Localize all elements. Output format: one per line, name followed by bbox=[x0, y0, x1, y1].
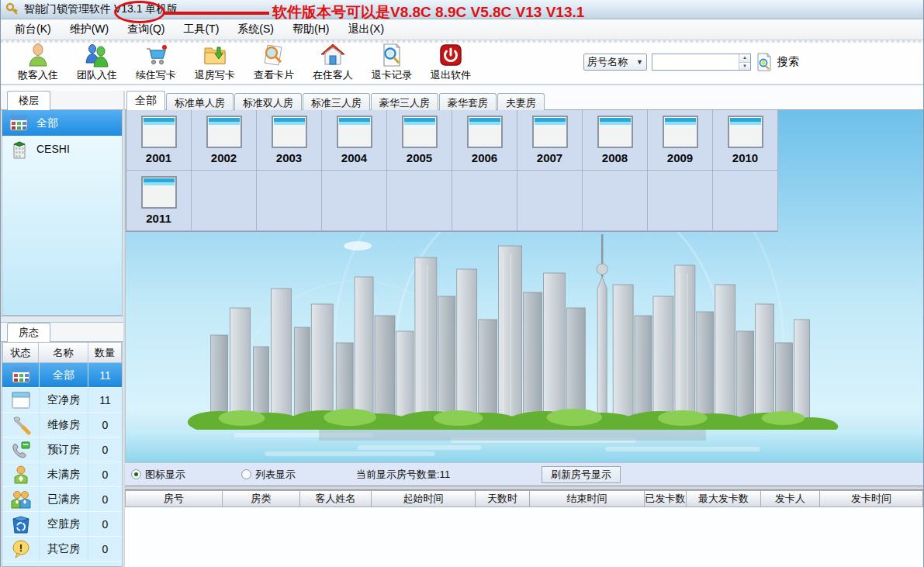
status-count: 0 bbox=[88, 468, 122, 481]
extend-stay-write-card-button[interactable]: 续住写卡 bbox=[126, 42, 185, 82]
tab-standard-triple[interactable]: 标准三人房 bbox=[303, 93, 370, 110]
room-cell[interactable]: 2002 bbox=[192, 110, 257, 171]
col-card-issuer[interactable]: 发卡人 bbox=[761, 490, 820, 507]
title-bar: 智能门锁管理软件 V13.1 单机版 软件版本号可以是V8.8C 8.9C V5… bbox=[1, 0, 923, 19]
sidebar-splitter[interactable] bbox=[1, 316, 123, 323]
toolbar-label: 续住写卡 bbox=[136, 68, 176, 82]
room-cell[interactable]: 2003 bbox=[257, 110, 322, 171]
menu-tools[interactable]: 工具(T) bbox=[174, 19, 228, 40]
room-cell[interactable]: 2006 bbox=[452, 110, 517, 171]
floor-item-label: 全部 bbox=[36, 116, 58, 130]
search-button[interactable]: 搜索 bbox=[777, 55, 799, 69]
status-row-all[interactable]: 全部 11 bbox=[2, 363, 122, 388]
menu-query[interactable]: 查询(Q) bbox=[118, 19, 174, 40]
tab-standard-double[interactable]: 标准双人房 bbox=[234, 93, 302, 110]
walk-in-checkin-button[interactable]: 散客入住 bbox=[9, 42, 67, 82]
spinner-control[interactable]: ▲▼ bbox=[739, 54, 750, 70]
tab-deluxe-triple[interactable]: 豪华三人房 bbox=[371, 93, 438, 110]
card-return-records-button[interactable]: 退卡记录 bbox=[362, 42, 421, 82]
tab-all-rooms[interactable]: 全部 bbox=[126, 91, 165, 110]
col-start-time[interactable]: 起始时间 bbox=[372, 490, 476, 507]
room-number: 2007 bbox=[537, 151, 562, 164]
wrench-icon bbox=[11, 415, 31, 435]
tab-room-status[interactable]: 房态 bbox=[7, 323, 50, 342]
annotation-pointer-line bbox=[164, 12, 269, 15]
status-col-header[interactable]: 状态 bbox=[2, 342, 39, 363]
name-col-header[interactable]: 名称 bbox=[39, 342, 88, 363]
col-cards-issued[interactable]: 已发卡数 bbox=[645, 490, 687, 507]
status-name: 维修房 bbox=[39, 413, 88, 437]
window-title: 智能门锁管理软件 V13.1 单机版 bbox=[24, 2, 178, 16]
floor-item-ceshi[interactable]: CESHI bbox=[2, 136, 122, 161]
status-name: 空脏房 bbox=[39, 512, 88, 536]
room-cell-empty bbox=[257, 171, 322, 231]
search-field-select[interactable]: 房号名称 ▼ bbox=[583, 54, 647, 71]
room-cell-empty bbox=[192, 171, 257, 231]
toolbar-label: 团队入住 bbox=[77, 68, 117, 82]
status-row-vacant-dirty[interactable]: 空脏房 0 bbox=[2, 512, 122, 537]
cart-icon bbox=[144, 43, 168, 67]
room-cell[interactable]: 2008 bbox=[583, 110, 648, 171]
status-row-full[interactable]: 已满房 0 bbox=[2, 487, 122, 512]
search-input[interactable] bbox=[652, 54, 739, 70]
view-cards-button[interactable]: 查看卡片 bbox=[244, 42, 303, 82]
room-grid: 2001 2002 2003 2004 bbox=[126, 110, 778, 232]
spinner-down-icon[interactable]: ▼ bbox=[739, 62, 750, 71]
status-row-vacant-clean[interactable]: 空净房 11 bbox=[2, 388, 122, 413]
exit-software-button[interactable]: 退出软件 bbox=[421, 42, 480, 82]
toolbar-label: 查看卡片 bbox=[254, 68, 294, 82]
in-house-guests-button[interactable]: 在住客人 bbox=[303, 42, 362, 82]
sidebar: 楼层 全部 bbox=[1, 91, 125, 567]
menu-front-desk[interactable]: 前台(K) bbox=[5, 19, 61, 40]
col-days-hours[interactable]: 天数时 bbox=[476, 490, 530, 507]
window-icon bbox=[11, 390, 31, 410]
tab-deluxe-suite[interactable]: 豪华套房 bbox=[439, 93, 497, 110]
spinner-up-icon[interactable]: ▲ bbox=[739, 54, 750, 62]
room-window-icon bbox=[532, 116, 568, 148]
room-cell[interactable]: 2007 bbox=[517, 110, 583, 171]
col-room-number[interactable]: 房号 bbox=[125, 490, 223, 507]
room-cell[interactable]: 2005 bbox=[387, 110, 452, 171]
group-checkin-button[interactable]: 团队入住 bbox=[67, 42, 126, 82]
status-row-other[interactable]: ! 其它房 0 bbox=[2, 537, 122, 562]
room-status-panel: 房态 状态 名称 数量 全部 bbox=[1, 323, 123, 567]
col-issue-time[interactable]: 发卡时间 bbox=[820, 490, 923, 507]
status-row-maintenance[interactable]: 维修房 0 bbox=[2, 413, 122, 437]
status-row-reserved[interactable]: 预订房 0 bbox=[2, 437, 122, 462]
annotation-text: 软件版本号可以是V8.8C 8.9C V5.8C V13 V13.1 bbox=[272, 2, 584, 22]
icon-view-label: 图标显示 bbox=[145, 468, 185, 482]
status-name: 其它房 bbox=[39, 537, 88, 561]
tab-floors[interactable]: 楼层 bbox=[7, 91, 50, 110]
status-count: 0 bbox=[88, 444, 122, 456]
checkout-write-card-button[interactable]: 退房写卡 bbox=[185, 42, 244, 82]
room-cell[interactable]: 2009 bbox=[648, 110, 713, 171]
grid-icon bbox=[9, 113, 29, 133]
tab-standard-single[interactable]: 标准单人房 bbox=[166, 93, 234, 110]
tab-couple-room[interactable]: 夫妻房 bbox=[497, 93, 545, 110]
room-cell[interactable]: 2004 bbox=[322, 110, 387, 171]
col-guest-name[interactable]: 客人姓名 bbox=[300, 490, 372, 507]
col-max-cards[interactable]: 最大发卡数 bbox=[687, 490, 761, 507]
col-end-time[interactable]: 结束时间 bbox=[530, 490, 645, 507]
search-doc-icon[interactable] bbox=[756, 53, 773, 71]
room-cell[interactable]: 2011 bbox=[126, 171, 192, 231]
room-cell[interactable]: 2010 bbox=[713, 110, 778, 171]
floor-item-all[interactable]: 全部 bbox=[2, 110, 122, 136]
refresh-rooms-button[interactable]: 刷新房号显示 bbox=[542, 466, 621, 483]
status-row-not-full[interactable]: 未满房 0 bbox=[2, 462, 122, 487]
toolbar-label: 退出软件 bbox=[431, 68, 471, 82]
radio-list-view[interactable] bbox=[241, 469, 251, 479]
radio-icon-view[interactable] bbox=[131, 469, 141, 479]
room-cell[interactable]: 2001 bbox=[126, 110, 192, 171]
list-view-option[interactable]: 列表显示 bbox=[241, 468, 296, 482]
room-number: 2005 bbox=[407, 151, 432, 164]
room-window-icon bbox=[141, 116, 177, 148]
room-number: 2001 bbox=[146, 151, 171, 164]
menu-maintenance[interactable]: 维护(W) bbox=[61, 19, 119, 40]
toolbar-label: 退卡记录 bbox=[372, 68, 412, 82]
count-col-header[interactable]: 数量 bbox=[88, 342, 122, 363]
room-cell-empty bbox=[387, 171, 452, 231]
col-room-type[interactable]: 房类 bbox=[223, 490, 300, 507]
room-number: 2002 bbox=[211, 151, 237, 164]
icon-view-option[interactable]: 图标显示 bbox=[131, 468, 185, 482]
